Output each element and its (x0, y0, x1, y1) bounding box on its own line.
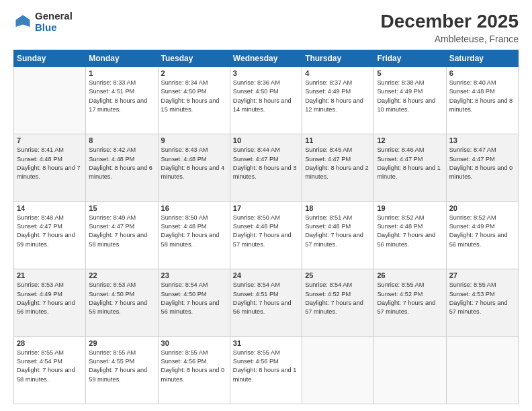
table-row: 31Sunrise: 8:55 AMSunset: 4:56 PMDayligh… (230, 336, 302, 404)
day-info: Sunrise: 8:38 AMSunset: 4:49 PMDaylight:… (377, 79, 443, 114)
title-block: December 2025 Ambleteuse, France (381, 11, 519, 44)
day-info: Sunrise: 8:46 AMSunset: 4:47 PMDaylight:… (377, 146, 443, 181)
day-number: 29 (89, 339, 154, 347)
day-number: 8 (89, 136, 154, 144)
day-info: Sunrise: 8:44 AMSunset: 4:47 PMDaylight:… (233, 146, 299, 181)
header-sunday: Sunday (14, 50, 86, 67)
day-number: 11 (305, 136, 371, 144)
day-number: 31 (233, 339, 299, 347)
table-row: 27Sunrise: 8:55 AMSunset: 4:53 PMDayligh… (446, 269, 518, 336)
table-row: 29Sunrise: 8:55 AMSunset: 4:55 PMDayligh… (86, 336, 158, 404)
day-number: 21 (17, 271, 83, 279)
day-number: 12 (377, 136, 443, 144)
day-number: 26 (377, 271, 443, 279)
header-monday: Monday (86, 50, 158, 67)
calendar-week-row: 14Sunrise: 8:48 AMSunset: 4:47 PMDayligh… (14, 201, 519, 269)
table-row: 2Sunrise: 8:34 AMSunset: 4:50 PMDaylight… (158, 67, 230, 134)
header-saturday: Saturday (446, 50, 518, 67)
table-row: 23Sunrise: 8:54 AMSunset: 4:50 PMDayligh… (158, 269, 230, 336)
subtitle: Ambleteuse, France (381, 34, 519, 44)
day-number: 23 (161, 271, 227, 279)
day-info: Sunrise: 8:55 AMSunset: 4:52 PMDaylight:… (377, 281, 443, 316)
day-info: Sunrise: 8:40 AMSunset: 4:48 PMDaylight:… (449, 79, 515, 114)
day-number: 28 (17, 339, 83, 347)
day-info: Sunrise: 8:43 AMSunset: 4:48 PMDaylight:… (161, 146, 227, 181)
header-wednesday: Wednesday (230, 50, 302, 67)
day-number: 25 (305, 271, 371, 279)
day-number: 14 (17, 204, 83, 212)
day-number: 7 (17, 136, 83, 144)
header-tuesday: Tuesday (158, 50, 230, 67)
day-info: Sunrise: 8:55 AMSunset: 4:54 PMDaylight:… (17, 349, 83, 384)
day-info: Sunrise: 8:52 AMSunset: 4:48 PMDaylight:… (377, 214, 443, 249)
weekday-header-row: Sunday Monday Tuesday Wednesday Thursday… (14, 50, 519, 67)
table-row: 24Sunrise: 8:54 AMSunset: 4:51 PMDayligh… (230, 269, 302, 336)
day-info: Sunrise: 8:54 AMSunset: 4:52 PMDaylight:… (305, 281, 371, 316)
logo-blue: Blue (35, 22, 73, 34)
table-row: 25Sunrise: 8:54 AMSunset: 4:52 PMDayligh… (302, 269, 374, 336)
table-row: 13Sunrise: 8:47 AMSunset: 4:47 PMDayligh… (446, 134, 518, 201)
table-row: 3Sunrise: 8:36 AMSunset: 4:50 PMDaylight… (230, 67, 302, 134)
table-row (302, 336, 374, 404)
table-row: 9Sunrise: 8:43 AMSunset: 4:48 PMDaylight… (158, 134, 230, 201)
calendar-week-row: 21Sunrise: 8:53 AMSunset: 4:49 PMDayligh… (14, 269, 519, 336)
table-row: 4Sunrise: 8:37 AMSunset: 4:49 PMDaylight… (302, 67, 374, 134)
day-number: 13 (449, 136, 515, 144)
day-number: 16 (161, 204, 227, 212)
main-title: December 2025 (381, 11, 519, 32)
header: General Blue December 2025 Ambleteuse, F… (13, 11, 519, 44)
day-info: Sunrise: 8:36 AMSunset: 4:50 PMDaylight:… (233, 79, 299, 114)
table-row: 15Sunrise: 8:49 AMSunset: 4:47 PMDayligh… (86, 201, 158, 269)
table-row: 14Sunrise: 8:48 AMSunset: 4:47 PMDayligh… (14, 201, 86, 269)
day-info: Sunrise: 8:33 AMSunset: 4:51 PMDaylight:… (89, 79, 154, 114)
day-info: Sunrise: 8:37 AMSunset: 4:49 PMDaylight:… (305, 79, 371, 114)
day-info: Sunrise: 8:49 AMSunset: 4:47 PMDaylight:… (89, 214, 154, 249)
table-row: 28Sunrise: 8:55 AMSunset: 4:54 PMDayligh… (14, 336, 86, 404)
calendar-week-row: 7Sunrise: 8:41 AMSunset: 4:48 PMDaylight… (14, 134, 519, 201)
day-number: 1 (89, 69, 154, 77)
table-row: 5Sunrise: 8:38 AMSunset: 4:49 PMDaylight… (374, 67, 446, 134)
day-info: Sunrise: 8:52 AMSunset: 4:49 PMDaylight:… (449, 214, 515, 249)
header-friday: Friday (374, 50, 446, 67)
day-number: 4 (305, 69, 371, 77)
table-row: 18Sunrise: 8:51 AMSunset: 4:48 PMDayligh… (302, 201, 374, 269)
table-row (446, 336, 518, 404)
table-row: 7Sunrise: 8:41 AMSunset: 4:48 PMDaylight… (14, 134, 86, 201)
logo: General Blue (13, 11, 73, 33)
day-info: Sunrise: 8:41 AMSunset: 4:48 PMDaylight:… (17, 146, 83, 181)
svg-marker-0 (16, 15, 30, 27)
table-row (374, 336, 446, 404)
table-row: 11Sunrise: 8:45 AMSunset: 4:47 PMDayligh… (302, 134, 374, 201)
day-info: Sunrise: 8:48 AMSunset: 4:47 PMDaylight:… (17, 214, 83, 249)
day-info: Sunrise: 8:47 AMSunset: 4:47 PMDaylight:… (449, 146, 515, 181)
day-info: Sunrise: 8:50 AMSunset: 4:48 PMDaylight:… (161, 214, 227, 249)
logo-text: General Blue (35, 11, 73, 33)
table-row: 30Sunrise: 8:55 AMSunset: 4:56 PMDayligh… (158, 336, 230, 404)
table-row: 20Sunrise: 8:52 AMSunset: 4:49 PMDayligh… (446, 201, 518, 269)
calendar: Sunday Monday Tuesday Wednesday Thursday… (13, 50, 519, 404)
day-number: 24 (233, 271, 299, 279)
table-row: 19Sunrise: 8:52 AMSunset: 4:48 PMDayligh… (374, 201, 446, 269)
day-number: 30 (161, 339, 227, 347)
calendar-week-row: 28Sunrise: 8:55 AMSunset: 4:54 PMDayligh… (14, 336, 519, 404)
day-number: 15 (89, 204, 154, 212)
day-info: Sunrise: 8:55 AMSunset: 4:53 PMDaylight:… (449, 281, 515, 316)
table-row: 12Sunrise: 8:46 AMSunset: 4:47 PMDayligh… (374, 134, 446, 201)
calendar-week-row: 1Sunrise: 8:33 AMSunset: 4:51 PMDaylight… (14, 67, 519, 134)
header-thursday: Thursday (302, 50, 374, 67)
day-info: Sunrise: 8:55 AMSunset: 4:56 PMDaylight:… (161, 349, 227, 384)
day-number: 19 (377, 204, 443, 212)
day-number: 5 (377, 69, 443, 77)
logo-general: General (35, 11, 73, 22)
table-row: 17Sunrise: 8:50 AMSunset: 4:48 PMDayligh… (230, 201, 302, 269)
day-number: 9 (161, 136, 227, 144)
day-number: 22 (89, 271, 154, 279)
table-row: 21Sunrise: 8:53 AMSunset: 4:49 PMDayligh… (14, 269, 86, 336)
table-row: 6Sunrise: 8:40 AMSunset: 4:48 PMDaylight… (446, 67, 518, 134)
day-info: Sunrise: 8:51 AMSunset: 4:48 PMDaylight:… (305, 214, 371, 249)
table-row: 8Sunrise: 8:42 AMSunset: 4:48 PMDaylight… (86, 134, 158, 201)
day-info: Sunrise: 8:54 AMSunset: 4:50 PMDaylight:… (161, 281, 227, 316)
day-info: Sunrise: 8:42 AMSunset: 4:48 PMDaylight:… (89, 146, 154, 181)
table-row: 1Sunrise: 8:33 AMSunset: 4:51 PMDaylight… (86, 67, 158, 134)
day-number: 2 (161, 69, 227, 77)
